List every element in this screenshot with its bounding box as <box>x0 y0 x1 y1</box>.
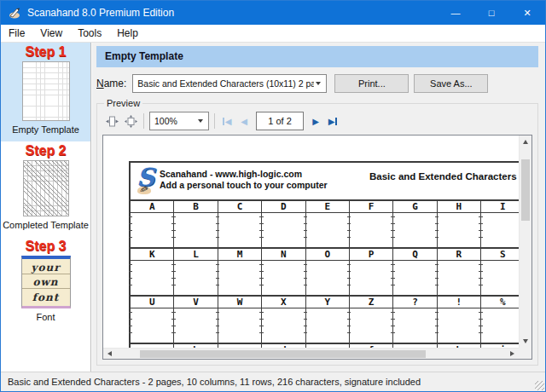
step3-caption: Font <box>1 310 90 329</box>
sidebar-item-font[interactable]: Step 3 your own font Font <box>1 237 90 329</box>
scroll-left-icon[interactable] <box>107 351 112 356</box>
preview-viewport: S ✎ Scanahand - www.high-logic.com Add a… <box>102 135 532 360</box>
grid-letter-row: UVWXYZ?!% <box>131 295 532 308</box>
step3-title: Step 3 <box>1 239 90 253</box>
section-header: Empty Template <box>96 46 538 67</box>
fit-width-button[interactable] <box>102 112 121 130</box>
grid-writing-row <box>131 308 532 343</box>
main-panel: Empty Template Name: Basic and Extended … <box>91 43 545 372</box>
page-indicator[interactable]: 1 of 2 <box>256 112 304 130</box>
grid-letter-cell: L <box>174 249 218 260</box>
menu-bar: FileViewToolsHelp <box>1 25 545 43</box>
minimize-icon[interactable]: — <box>438 1 473 25</box>
template-name-select[interactable]: Basic and Extended Characters (10x11) 2 … <box>132 74 327 93</box>
grid-letter-cell: K <box>131 249 174 260</box>
last-page-icon <box>335 118 337 125</box>
vertical-scroll-thumb[interactable] <box>521 159 530 221</box>
zoom-select[interactable]: 100% <box>149 112 209 130</box>
grid-writing-cell <box>174 213 218 247</box>
font-thumb-line: font <box>22 292 70 303</box>
grid-letter-cell: A <box>131 201 174 212</box>
sidebar-item-empty-template[interactable]: Step 1 Empty Template <box>1 43 90 141</box>
character-grid: ABCDEFGHIKLMNOPQRSUVWXYZ?!%abcdefghi <box>131 199 532 360</box>
grid-writing-cell <box>306 308 350 343</box>
sidebar-item-completed-template[interactable]: Step 2 Completed Template <box>1 141 90 237</box>
zoom-value: 100% <box>150 116 196 126</box>
scroll-right-icon[interactable] <box>510 351 514 356</box>
grid-letter-cell: Y <box>306 297 350 308</box>
horizontal-scroll-thumb[interactable] <box>140 350 426 358</box>
preview-group-label: Preview <box>104 98 142 108</box>
grid-letter-cell: Q <box>393 249 437 260</box>
brand-line1: Scanahand - www.high-logic.com <box>160 169 328 180</box>
grid-writing-cell <box>350 261 393 295</box>
next-page-button[interactable]: ▶ <box>307 112 324 130</box>
first-page-button[interactable]: ◀ <box>218 112 235 130</box>
grid-writing-cell <box>131 213 174 247</box>
step1-caption: Empty Template <box>1 123 90 141</box>
grid-letter-cell: V <box>174 297 218 308</box>
chevron-down-icon <box>198 119 203 123</box>
grid-writing-cell <box>438 308 481 343</box>
scanahand-logo: S ✎ <box>131 163 160 197</box>
fit-page-button[interactable] <box>121 112 140 130</box>
grid-writing-cell <box>262 213 305 247</box>
horizontal-scrollbar[interactable] <box>103 348 519 359</box>
menu-help[interactable]: Help <box>109 25 146 42</box>
grid-writing-cell <box>218 308 262 343</box>
grid-writing-cell <box>174 261 218 295</box>
title-bar: Scanahand 8.0 Premium Edition — □ ✕ <box>1 1 545 25</box>
grid-writing-cell <box>218 213 262 247</box>
template-page-header: S ✎ Scanahand - www.high-logic.com Add a… <box>131 163 532 199</box>
grid-writing-cell <box>131 261 174 295</box>
close-icon[interactable]: ✕ <box>509 1 545 25</box>
grid-writing-row <box>131 213 532 247</box>
grid-writing-cell <box>350 308 393 343</box>
window-title: Scanahand 8.0 Premium Edition <box>27 7 438 19</box>
first-page-icon: ◀ <box>225 117 232 126</box>
scroll-down-icon[interactable] <box>523 339 528 343</box>
save-as-button[interactable]: Save As... <box>414 74 488 93</box>
content-area: Step 1 Empty Template Step 2 Completed T… <box>1 43 545 372</box>
grid-letter-cell: B <box>174 201 218 212</box>
chevron-down-icon <box>316 82 321 85</box>
name-row: Name: Basic and Extended Characters (10x… <box>96 74 538 93</box>
grid-letter-cell: ? <box>393 297 437 308</box>
grid-writing-cell <box>218 261 262 295</box>
grid-letter-row: KLMNOPQRS <box>131 247 532 261</box>
grid-letter-cell: R <box>438 249 481 260</box>
grid-letter-cell: H <box>438 201 481 212</box>
grid-writing-cell <box>306 261 350 295</box>
font-thumb-line: own <box>22 277 70 289</box>
grid-letter-cell: P <box>350 249 393 260</box>
template-name-value: Basic and Extended Characters (10x11) 2 … <box>133 78 314 89</box>
menu-tools[interactable]: Tools <box>70 25 109 42</box>
grid-letter-cell: M <box>218 249 262 260</box>
grid-letter-cell: N <box>262 249 305 260</box>
step2-caption: Completed Template <box>1 218 90 237</box>
vertical-scrollbar[interactable] <box>519 135 531 348</box>
grid-letter-cell: D <box>262 201 305 212</box>
grid-writing-cell <box>438 261 481 295</box>
grid-writing-cell <box>393 213 437 247</box>
grid-letter-cell: F <box>350 201 393 212</box>
last-page-button[interactable]: ▶ <box>324 112 341 130</box>
grid-letter-cell: G <box>393 201 437 212</box>
last-page-icon: ▶ <box>328 117 335 126</box>
grid-letter-cell: X <box>262 297 305 308</box>
steps-sidebar: Step 1 Empty Template Step 2 Completed T… <box>1 43 91 372</box>
grid-letter-cell: U <box>131 297 174 308</box>
grid-writing-cell <box>393 261 437 295</box>
status-text: Basic and Extended Characters - 2 pages,… <box>8 377 421 387</box>
menu-view[interactable]: View <box>32 25 70 42</box>
grid-letter-cell: W <box>218 297 262 308</box>
grid-writing-cell <box>174 308 218 343</box>
brand-text: Scanahand - www.high-logic.com Add a per… <box>160 169 328 191</box>
previous-page-button[interactable]: ◀ <box>235 112 253 130</box>
resize-grip-icon[interactable] <box>535 381 544 390</box>
print-button[interactable]: Print... <box>334 74 409 93</box>
scroll-up-icon[interactable] <box>523 140 528 144</box>
maximize-icon[interactable]: □ <box>473 1 509 25</box>
menu-file[interactable]: File <box>1 25 32 42</box>
name-label: Name: <box>96 78 126 89</box>
